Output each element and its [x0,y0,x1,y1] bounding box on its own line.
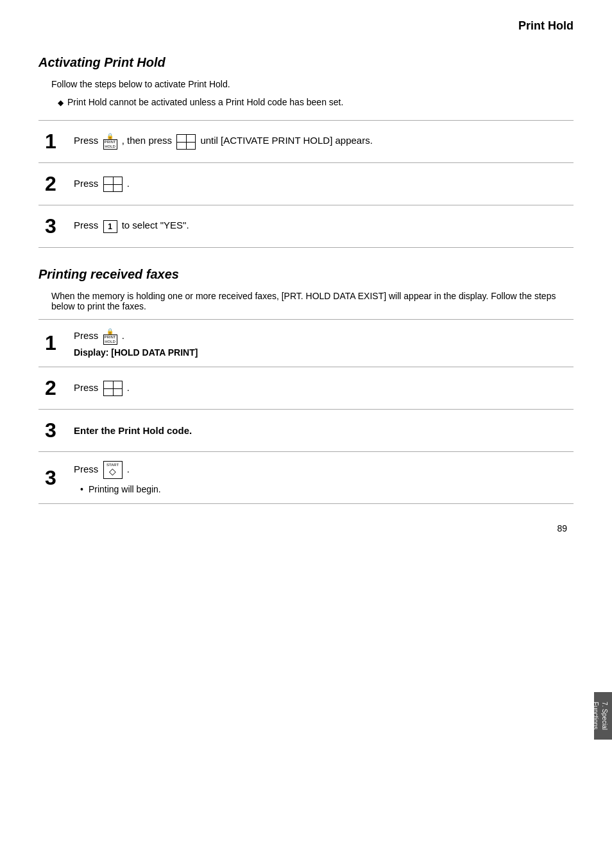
step-content: Enter the Print Hold code. [67,410,574,452]
nav-display-icon [103,381,123,396]
step2-text-before: Press [74,177,98,188]
print-hold-icon: 🔒 PRINTHOLD [103,329,117,345]
step-number: 3 [38,205,67,248]
display-label: Display: [HOLD DATA PRINT] [74,347,567,358]
step-content: Press . [67,163,574,205]
table-row: 3 Press 1 to select "YES". [38,205,574,248]
page-number: 89 [38,523,574,534]
step-number: 2 [38,163,67,205]
sub-bullet: Printing will begin. [80,484,567,494]
step3b-text: Enter the Print Hold code. [74,425,192,436]
section1-note: Print Hold cannot be activated unless a … [58,97,574,107]
step-content: Press . [67,367,574,410]
step3-text-after: to select "YES". [122,220,189,230]
step1b-text-before: Press [74,330,98,341]
step3c-text-after: . [127,464,130,474]
section2-heading: Printing received faxes [38,267,574,282]
section1-heading: Activating Print Hold [38,55,574,70]
step1-text-after: until [ACTIVATE PRINT HOLD] appears. [200,135,372,146]
table-row: 3 Press START ◇ . Printing will begin. [38,452,574,504]
step-number: 1 [38,320,67,367]
print-hold-icon: 🔒 PRINTHOLD [103,134,117,150]
section1-steps-table: 1 Press 🔒 PRINTHOLD , then press until [… [38,120,574,248]
sidebar-line1: 7. Special [601,702,608,730]
step-number: 3 [38,452,67,504]
print-hold-box: PRINTHOLD [103,139,117,150]
step2-text-after: . [127,177,130,188]
step-content: Press 1 to select "YES". [67,205,574,248]
start-symbol: ◇ [109,467,116,476]
step-content: Press START ◇ . Printing will begin. [67,452,574,504]
section2-steps-table: 1 Press 🔒 PRINTHOLD . Display: [HOLD DAT… [38,319,574,504]
table-row: 3 Enter the Print Hold code. [38,410,574,452]
section2-intro: When the memory is holding one or more r… [51,291,574,311]
step3-text-before: Press [74,220,98,230]
table-row: 1 Press 🔒 PRINTHOLD . Display: [HOLD DAT… [38,320,574,367]
step-content: Press 🔒 PRINTHOLD . Display: [HOLD DATA … [67,320,574,367]
table-row: 2 Press . [38,367,574,410]
print-hold-box: PRINTHOLD [103,334,117,345]
step1-text-middle: , then press [122,135,172,146]
step2b-text-before: Press [74,381,98,392]
start-icon: START ◇ [103,461,123,479]
key-1-icon: 1 [103,220,117,233]
table-row: 1 Press 🔒 PRINTHOLD , then press until [… [38,121,574,163]
table-row: 2 Press . [38,163,574,205]
step-number: 1 [38,121,67,163]
step2b-text-after: . [127,381,130,392]
step1-text-before: Press [74,135,98,146]
step-content: Press 🔒 PRINTHOLD , then press until [AC… [67,121,574,163]
step-number: 3 [38,410,67,452]
sidebar-line2: Functions [592,702,599,729]
page-title: Print Hold [38,19,574,36]
nav-display-icon [176,134,196,150]
section1-intro: Follow the steps below to activate Print… [51,79,574,89]
step1b-text-after: . [122,330,124,341]
lock-symbol: 🔒 [106,134,114,139]
lock-symbol: 🔒 [106,329,114,334]
nav-display-icon [103,177,123,192]
step3c-text-before: Press [74,464,98,474]
sidebar-tab: 7. Special Functions [594,692,612,740]
step-number: 2 [38,367,67,410]
